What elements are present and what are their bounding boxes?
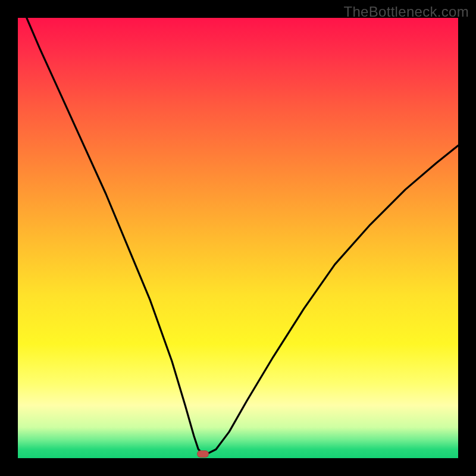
optimal-marker [197, 450, 209, 458]
bottleneck-curve-path [27, 18, 458, 454]
chart-plot-area [18, 18, 458, 458]
bottleneck-curve [18, 18, 458, 458]
watermark-text: TheBottleneck.com [343, 4, 469, 20]
chart-frame: TheBottleneck.com [0, 0, 476, 476]
